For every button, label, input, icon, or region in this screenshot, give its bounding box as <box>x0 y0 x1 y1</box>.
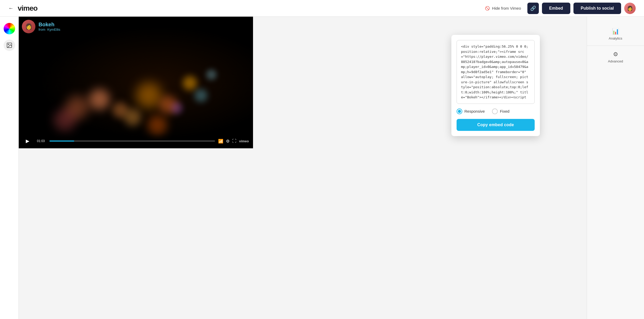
fixed-radio[interactable] <box>492 109 498 114</box>
back-arrow[interactable]: ← <box>8 5 14 11</box>
from-label: from <box>39 28 45 31</box>
responsive-radio-inner <box>458 110 461 113</box>
header: ← vimeo 🚫 Hide from Vimeo 🔗 Embed Publis… <box>0 0 644 17</box>
settings-icon[interactable]: ⚙ <box>226 139 230 144</box>
header-right: 🚫 Hide from Vimeo 🔗 Embed Publish to soc… <box>482 3 636 14</box>
video-author: KymEllis <box>47 28 60 31</box>
progress-bar[interactable] <box>49 141 215 142</box>
color-wheel-icon[interactable] <box>4 23 15 34</box>
hide-from-vimeo-label: Hide from Vimeo <box>492 6 521 10</box>
controls-right: 📶 ⚙ ⛶ vimeo <box>218 139 249 144</box>
responsive-option[interactable]: Responsive <box>457 109 485 114</box>
video-player[interactable]: 👩 Bokeh from KymEllis ▶ 01:0 <box>19 17 253 148</box>
fixed-option[interactable]: Fixed <box>492 109 509 114</box>
link-button[interactable]: 🔗 <box>527 3 539 14</box>
main-layout: 👩 Bokeh from KymEllis ▶ 01:0 <box>0 17 644 319</box>
video-from: from KymEllis <box>39 28 60 31</box>
progress-fill <box>49 141 74 142</box>
responsive-radio[interactable] <box>457 109 462 114</box>
play-button[interactable]: ▶ <box>23 136 32 146</box>
analytics-icon: 📊 <box>612 28 619 35</box>
publish-to-social-button[interactable]: Publish to social <box>573 3 621 14</box>
responsive-label: Responsive <box>464 109 485 113</box>
link-icon: 🔗 <box>530 5 536 11</box>
advanced-label: Advanced <box>608 59 623 63</box>
video-info-overlay: 👩 Bokeh from KymEllis <box>22 20 60 33</box>
embed-code-box[interactable]: <div style="padding:56.25% 0 0 0;positio… <box>457 40 535 104</box>
video-container: 👩 Bokeh from KymEllis ▶ 01:0 <box>19 17 587 319</box>
fullscreen-icon[interactable]: ⛶ <box>232 139 236 143</box>
play-icon: ▶ <box>26 138 29 144</box>
vimeo-logo: vimeo <box>18 4 37 12</box>
hide-from-vimeo-button[interactable]: 🚫 Hide from Vimeo <box>482 4 524 13</box>
image-icon[interactable] <box>4 40 15 51</box>
embed-button[interactable]: Embed <box>542 3 570 14</box>
video-avatar: 👩 <box>22 20 35 33</box>
eye-slash-icon: 🚫 <box>485 6 490 11</box>
avatar-image: 👩 <box>627 5 633 11</box>
advanced-item[interactable]: ⚙ Advanced <box>587 46 644 68</box>
video-title: Bokeh <box>39 22 60 28</box>
bokeh-lights <box>19 17 253 148</box>
vimeo-watermark: vimeo <box>239 139 249 143</box>
video-controls: ▶ 01:03 📶 ⚙ ⛶ vimeo <box>19 133 253 148</box>
sidebar <box>0 17 19 319</box>
svg-point-1 <box>8 44 9 45</box>
video-player-wrapper: 👩 Bokeh from KymEllis ▶ 01:0 <box>19 17 253 148</box>
avatar[interactable]: 👩 <box>624 3 636 14</box>
video-avatar-image: 👩 <box>25 23 32 30</box>
right-panel: 📊 Analytics ⚙ Advanced <box>587 17 644 319</box>
signal-icon: 📶 <box>218 139 223 144</box>
copy-embed-button[interactable]: Copy embed code <box>457 119 535 131</box>
fixed-label: Fixed <box>500 109 509 113</box>
embed-popup: <div style="padding:56.25% 0 0 0;positio… <box>451 35 540 136</box>
gear-icon: ⚙ <box>613 51 618 58</box>
embed-options: Responsive Fixed <box>457 109 535 114</box>
analytics-item[interactable]: 📊 Analytics <box>587 23 644 46</box>
time-badge: 01:03 <box>35 139 46 143</box>
header-left: ← vimeo <box>8 4 37 12</box>
analytics-label: Analytics <box>609 36 622 40</box>
video-title-block: Bokeh from KymEllis <box>39 22 60 31</box>
